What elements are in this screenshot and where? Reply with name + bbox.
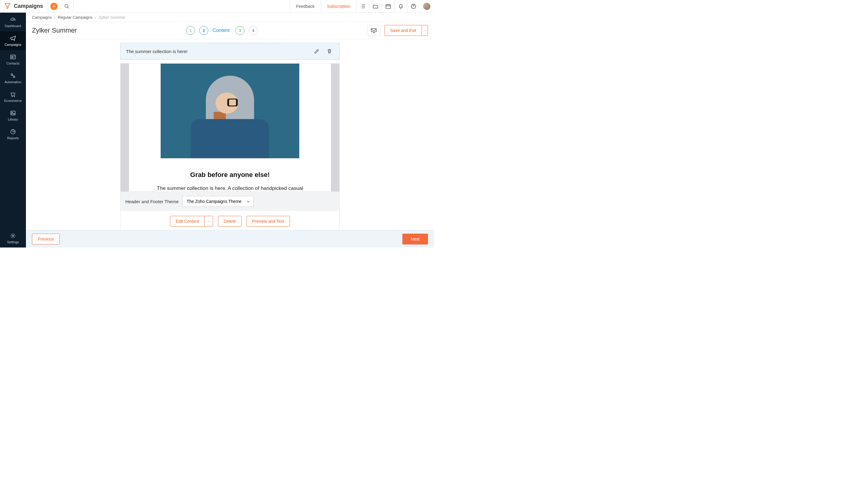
avatar[interactable] (423, 3, 430, 10)
svg-point-4 (12, 56, 13, 57)
folder-icon[interactable] (369, 0, 382, 13)
preview-body: The summer collection is here. A collect… (129, 185, 331, 191)
delete-content-button[interactable]: Delete (218, 216, 241, 227)
hero-image (161, 64, 299, 158)
sidebar-item-ecommerce[interactable]: Ecommerce (0, 87, 26, 106)
preview-headline: Grab before anyone else! (129, 171, 331, 179)
help-icon[interactable] (407, 0, 419, 13)
feedback-link[interactable]: Feedback (290, 0, 320, 13)
sidebar-label: Automation (4, 80, 21, 84)
calendar-icon[interactable] (382, 0, 394, 13)
search-button[interactable] (60, 0, 73, 13)
bell-icon[interactable] (394, 0, 407, 13)
sidebar-label: Campaigns (4, 43, 21, 47)
step-4[interactable]: 4 (249, 26, 258, 35)
preview-test-button[interactable]: Preview and Test (246, 216, 290, 227)
sidebar-label: Ecommerce (4, 99, 22, 102)
subject-text: The summer collection is here! (126, 49, 309, 54)
sidebar-label: Contacts (6, 62, 19, 65)
create-button[interactable] (50, 3, 57, 10)
next-button[interactable]: Next (402, 234, 428, 244)
svg-rect-3 (11, 55, 16, 59)
send-test-button[interactable] (367, 25, 380, 36)
sidebar-item-settings[interactable]: Settings (0, 229, 26, 248)
sidebar-item-dashboard[interactable]: Dashboard (0, 13, 26, 31)
app-logo (4, 2, 11, 10)
svg-point-10 (12, 235, 14, 237)
step-2[interactable]: 2 (199, 26, 208, 35)
save-and-exit-button[interactable]: Save and Exit (385, 25, 422, 36)
step-label: Content (212, 28, 229, 33)
sidebar-item-contacts[interactable]: Contacts (0, 50, 26, 69)
sidebar-label: Library (8, 118, 18, 121)
sidebar-label: Settings (7, 240, 19, 244)
svg-rect-7 (11, 111, 15, 115)
sidebar-label: Reports (7, 136, 19, 140)
save-exit-caret[interactable] (422, 25, 428, 36)
edit-subject-button[interactable] (312, 47, 321, 56)
sidebar-item-campaigns[interactable]: Campaigns (0, 31, 26, 50)
previous-button[interactable]: Previous (32, 234, 60, 244)
brand-title: Campaigns (14, 3, 43, 9)
list-icon[interactable] (356, 0, 369, 13)
subject-row: The summer collection is here! (120, 43, 340, 60)
step-3[interactable]: 3 (236, 26, 244, 35)
crumb-regular[interactable]: Regular Campaigns (58, 15, 92, 20)
subscription-link[interactable]: Subscription (321, 0, 356, 13)
sidebar-item-automation[interactable]: Automation (0, 69, 26, 87)
svg-point-0 (65, 4, 68, 7)
campaign-title: Zylker Summer (32, 27, 77, 34)
edit-content-caret[interactable] (205, 216, 213, 227)
breadcrumb: Campaigns › Regular Campaigns › Zylker S… (26, 13, 434, 22)
svg-rect-1 (386, 4, 390, 8)
sidebar-item-library[interactable]: Library (0, 106, 26, 125)
crumb-current: Zylker Summer (99, 15, 125, 20)
sidebar-item-reports[interactable]: Reports (0, 125, 26, 143)
sidebar-label: Dashboard (5, 24, 21, 28)
edit-content-button[interactable]: Edit Content (170, 216, 205, 227)
crumb-campaigns[interactable]: Campaigns (32, 15, 52, 20)
content-preview: Grab before anyone else! The summer coll… (121, 64, 340, 191)
step-1[interactable]: 1 (186, 26, 195, 35)
svg-rect-11 (371, 29, 376, 32)
hf-theme-value: The Zoho Campaigns Theme (187, 199, 242, 204)
hf-theme-select[interactable]: The Zoho Campaigns Theme (183, 196, 254, 207)
hf-theme-label: Header and Footer Theme (125, 199, 179, 204)
delete-subject-button[interactable] (325, 47, 334, 56)
